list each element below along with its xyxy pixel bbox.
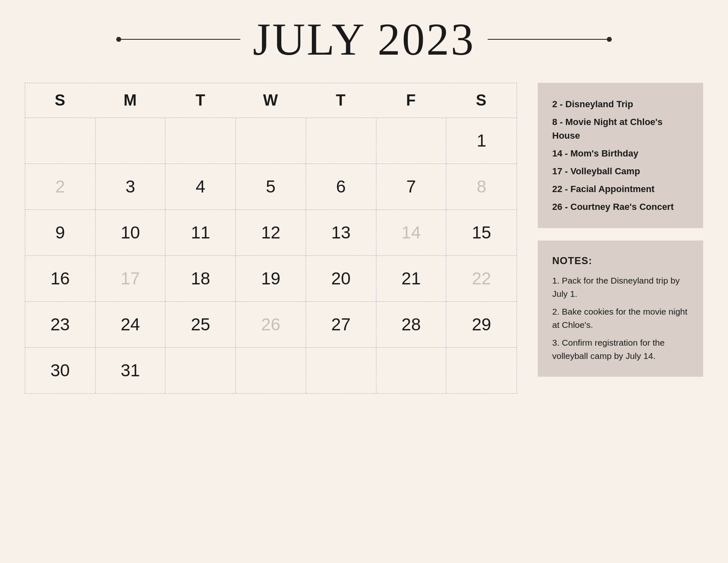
day-of-week-header: S — [446, 83, 517, 118]
calendar-cell — [165, 118, 236, 164]
calendar-cell: 11 — [165, 210, 236, 255]
calendar-cell: 4 — [165, 164, 236, 209]
calendar-week-row: 1 — [25, 118, 517, 164]
calendar-cell: 23 — [25, 302, 96, 347]
day-of-week-header: M — [96, 83, 166, 118]
calendar-cell: 7 — [376, 164, 447, 209]
event-item: 8 - Movie Night at Chloe's House — [552, 115, 689, 142]
calendar-cell: 17 — [96, 256, 166, 301]
event-item: 26 - Courtney Rae's Concert — [552, 200, 689, 214]
calendar-cell: 3 — [96, 164, 166, 209]
note-item: 3. Confirm registration for the volleyba… — [552, 336, 689, 362]
page-header: JULY 2023 — [25, 17, 703, 62]
calendar-cell: 10 — [96, 210, 166, 255]
calendar-cell: 5 — [236, 164, 306, 209]
day-of-week-header: F — [376, 83, 447, 118]
calendar-cell: 1 — [446, 118, 517, 164]
note-item: 2. Bake cookies for the movie night at C… — [552, 305, 689, 331]
notes-title: NOTES: — [552, 255, 689, 267]
calendar-cell: 30 — [25, 348, 96, 393]
calendar-week-row: 9101112131415 — [25, 210, 517, 256]
calendar-cell: 27 — [306, 302, 376, 347]
notes-box: NOTES: 1. Pack for the Disneyland trip b… — [538, 241, 703, 377]
calendar-cell — [376, 348, 447, 393]
calendar-cell: 31 — [96, 348, 166, 393]
page-title: JULY 2023 — [253, 17, 475, 62]
calendar-cell: 18 — [165, 256, 236, 301]
calendar-cell — [96, 118, 166, 164]
event-item: 22 - Facial Appointment — [552, 182, 689, 196]
main-content: SMTWTFS 12345678910111213141516171819202… — [25, 83, 703, 394]
calendar-week-row: 16171819202122 — [25, 256, 517, 302]
calendar-cell: 8 — [446, 164, 517, 209]
calendar-cell: 29 — [446, 302, 517, 347]
calendar-cell: 22 — [446, 256, 517, 301]
calendar-cell: 19 — [236, 256, 306, 301]
calendar-week-row: 3031 — [25, 348, 517, 393]
calendar-header: SMTWTFS — [25, 83, 517, 118]
note-item: 1. Pack for the Disneyland trip by July … — [552, 274, 689, 300]
calendar-cell — [236, 348, 306, 393]
events-box: 2 - Disneyland Trip8 - Movie Night at Ch… — [538, 83, 703, 228]
event-item: 17 - Volleyball Camp — [552, 164, 689, 178]
calendar-cell: 14 — [376, 210, 447, 255]
calendar-cell: 21 — [376, 256, 447, 301]
event-item: 14 - Mom's Birthday — [552, 147, 689, 160]
calendar-cell: 16 — [25, 256, 96, 301]
calendar-cell — [376, 118, 447, 164]
day-of-week-header: T — [306, 83, 376, 118]
calendar-cell — [306, 348, 376, 393]
sidebar: 2 - Disneyland Trip8 - Movie Night at Ch… — [538, 83, 703, 377]
calendar-cell: 15 — [446, 210, 517, 255]
calendar-cell: 25 — [165, 302, 236, 347]
calendar-week-row: 23242526272829 — [25, 302, 517, 348]
calendar-cell: 6 — [306, 164, 376, 209]
calendar: SMTWTFS 12345678910111213141516171819202… — [25, 83, 517, 394]
calendar-cell — [236, 118, 306, 164]
calendar-cell — [446, 348, 517, 393]
calendar-cell — [306, 118, 376, 164]
calendar-cell: 26 — [236, 302, 306, 347]
calendar-week-row: 2345678 — [25, 164, 517, 210]
day-of-week-header: W — [236, 83, 306, 118]
calendar-cell: 9 — [25, 210, 96, 255]
calendar-cell: 28 — [376, 302, 447, 347]
header-line-right — [488, 39, 612, 40]
event-item: 2 - Disneyland Trip — [552, 97, 689, 111]
calendar-cell: 24 — [96, 302, 166, 347]
calendar-cell: 2 — [25, 164, 96, 209]
calendar-cell — [165, 348, 236, 393]
day-of-week-header: S — [25, 83, 96, 118]
calendar-cell — [25, 118, 96, 164]
day-of-week-header: T — [165, 83, 236, 118]
calendar-cell: 20 — [306, 256, 376, 301]
calendar-cell: 13 — [306, 210, 376, 255]
calendar-body: 1234567891011121314151617181920212223242… — [25, 118, 517, 393]
calendar-cell: 12 — [236, 210, 306, 255]
header-line-left — [116, 39, 240, 40]
